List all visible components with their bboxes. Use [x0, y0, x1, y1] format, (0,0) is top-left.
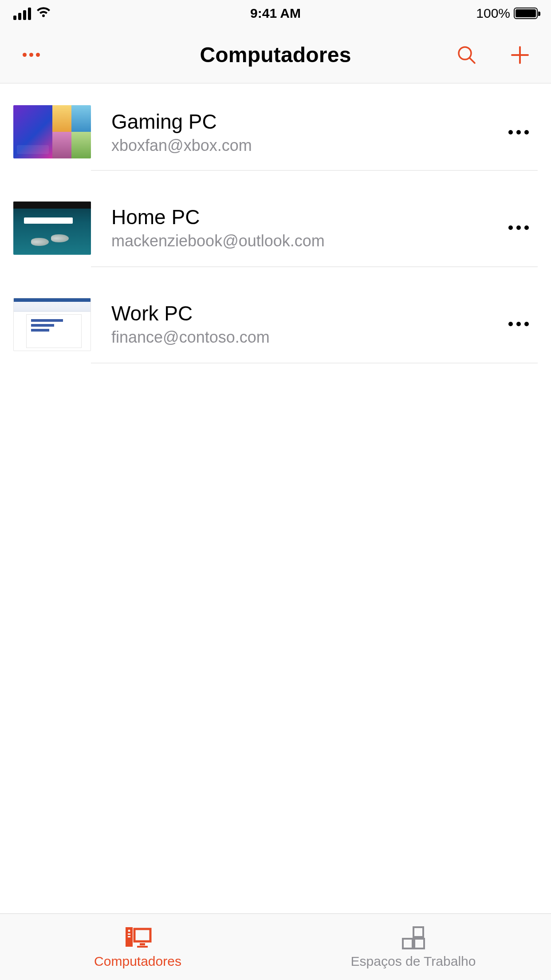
add-button[interactable] [507, 42, 533, 68]
more-button[interactable] [18, 42, 44, 68]
tab-label: Espaços de Trabalho [351, 954, 476, 969]
computer-row[interactable]: Home PC mackenziebook@outlook.com [0, 180, 551, 276]
tab-label: Computadores [94, 954, 181, 969]
computer-name: Gaming PC [111, 110, 252, 134]
more-icon [508, 322, 513, 326]
svg-rect-9 [140, 943, 145, 945]
nav-bar: Computadores [0, 27, 551, 83]
computer-thumbnail [13, 298, 91, 351]
computer-row[interactable]: Gaming PC xboxfan@xbox.com [0, 83, 551, 180]
svg-rect-6 [128, 933, 130, 935]
search-button[interactable] [453, 42, 480, 68]
row-more-button[interactable] [504, 121, 533, 143]
computer-account: finance@contoso.com [111, 328, 270, 347]
workspaces-icon [399, 925, 428, 949]
svg-rect-10 [137, 946, 148, 948]
svg-line-1 [470, 58, 475, 63]
more-icon [508, 130, 513, 134]
signal-icon [13, 7, 31, 20]
computer-account: xboxfan@xbox.com [111, 136, 252, 155]
svg-rect-13 [414, 939, 424, 948]
computer-name: Home PC [111, 205, 325, 229]
search-icon [456, 44, 477, 66]
plus-icon [509, 44, 531, 66]
svg-rect-7 [128, 936, 130, 937]
more-icon [508, 225, 513, 230]
svg-rect-11 [413, 927, 423, 937]
computer-account: mackenziebook@outlook.com [111, 232, 325, 250]
tab-workspaces[interactable]: Espaços de Trabalho [276, 914, 551, 980]
battery-icon [514, 8, 538, 19]
tab-computers[interactable]: Computadores [0, 914, 276, 980]
wifi-icon [35, 6, 51, 20]
status-right: 100% [476, 6, 538, 21]
more-icon [23, 53, 40, 57]
tab-bar: Computadores Espaços de Trabalho [0, 913, 551, 980]
computer-thumbnail [13, 202, 91, 255]
status-bar: 9:41 AM 100% [0, 0, 551, 27]
battery-percent: 100% [476, 6, 510, 21]
row-more-button[interactable] [504, 313, 533, 335]
computer-thumbnail [13, 105, 91, 158]
svg-point-5 [128, 929, 130, 932]
svg-rect-12 [403, 939, 413, 948]
row-more-button[interactable] [504, 217, 533, 239]
computer-row[interactable]: Work PC finance@contoso.com [0, 276, 551, 372]
svg-rect-8 [134, 929, 150, 941]
computer-name: Work PC [111, 301, 270, 325]
computer-list: Gaming PC xboxfan@xbox.com Home PC macke… [0, 83, 551, 913]
computer-icon [124, 925, 152, 949]
status-left [13, 6, 51, 20]
status-time: 9:41 AM [250, 6, 301, 21]
page-title: Computadores [200, 43, 351, 67]
